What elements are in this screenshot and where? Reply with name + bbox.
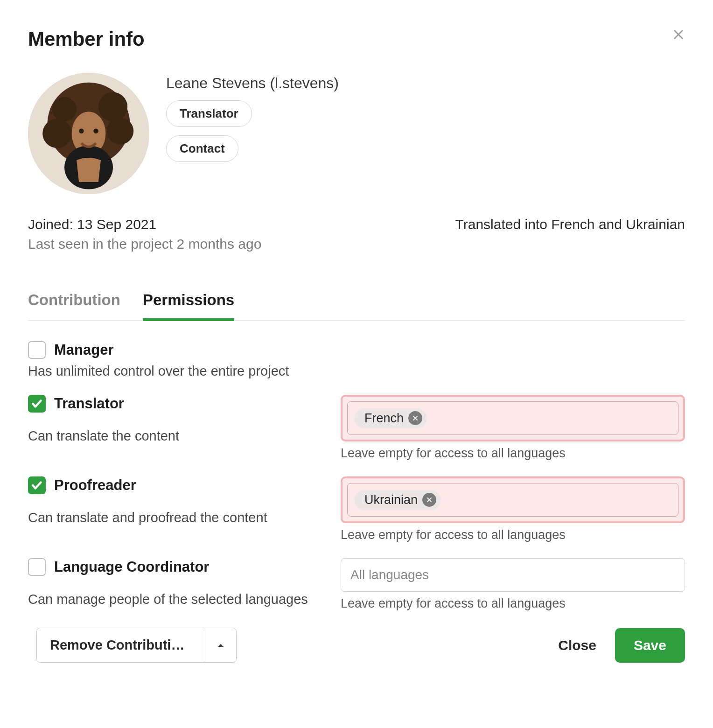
perm-label-proofreader: Proofreader [54,477,136,494]
member-name: Leane Stevens (l.stevens) [166,75,339,92]
close-button[interactable]: Close [558,637,596,653]
tab-contribution[interactable]: Contribution [28,286,120,320]
tab-permissions[interactable]: Permissions [143,286,234,320]
perm-desc-proofreader: Can translate and proofread the content [28,510,313,525]
proofreader-lang-input[interactable]: Ukrainian [347,483,678,517]
helper-text: Leave empty for access to all languages [341,446,685,461]
checkbox-proofreader[interactable] [28,476,46,494]
joined-text: Joined: 13 Sep 2021 [28,217,261,232]
contact-button[interactable]: Contact [166,135,238,162]
chip-remove-icon[interactable] [408,411,422,425]
svg-point-10 [79,129,84,133]
lang-coord-input[interactable]: All languages [341,558,685,592]
modal-title: Member info [28,28,685,50]
perm-desc-translator: Can translate the content [28,428,313,444]
svg-point-7 [107,118,133,144]
footer-row: Remove Contribution… Close Save [28,628,685,663]
close-icon[interactable] [669,25,688,44]
caret-up-icon[interactable] [205,628,236,662]
svg-point-4 [52,97,77,121]
svg-point-5 [98,92,127,121]
chip-label: Ukrainian [364,493,418,507]
svg-point-6 [42,119,71,148]
save-button[interactable]: Save [615,628,685,663]
helper-text: Leave empty for access to all languages [341,596,685,611]
permissions-section: Manager Has unlimited control over the e… [28,341,685,611]
translator-lang-highlight: French [341,395,685,441]
perm-desc-lang-coord: Can manage people of the selected langua… [28,592,313,607]
proofreader-lang-highlight: Ukrainian [341,476,685,523]
translated-into-text: Translated into French and Ukrainian [455,217,685,252]
profile-row: Leane Stevens (l.stevens) Translator Con… [28,73,685,194]
tabs: Contribution Permissions [28,286,685,321]
perm-row-lang-coord: Language Coordinator Can manage people o… [28,558,685,611]
remove-contribution-button[interactable]: Remove Contribution… [37,628,205,662]
lang-chip-ukrainian: Ukrainian [354,490,441,510]
perm-row-proofreader: Proofreader Can translate and proofread … [28,476,685,542]
checkbox-translator[interactable] [28,395,46,413]
avatar [28,73,149,194]
remove-contribution-split-button: Remove Contribution… [36,628,237,663]
placeholder-text: All languages [350,567,429,582]
checkbox-lang-coord[interactable] [28,558,46,576]
member-info-modal: Member info Leane Stevens (l.stevens) Tr… [28,28,685,663]
checkbox-manager[interactable] [28,341,46,359]
perm-row-manager: Manager Has unlimited control over the e… [28,341,685,379]
helper-text: Leave empty for access to all languages [341,528,685,542]
profile-info: Leane Stevens (l.stevens) Translator Con… [166,73,339,194]
lang-chip-french: French [354,408,427,428]
role-button[interactable]: Translator [166,100,252,127]
chip-label: French [364,411,404,426]
last-seen-text: Last seen in the project 2 months ago [28,236,261,252]
chip-remove-icon[interactable] [422,493,436,507]
translator-lang-input[interactable]: French [347,401,678,435]
perm-label-manager: Manager [54,342,113,358]
perm-label-translator: Translator [54,395,124,412]
svg-point-11 [93,129,98,133]
perm-desc-manager: Has unlimited control over the entire pr… [28,364,313,379]
perm-label-lang-coord: Language Coordinator [54,559,209,575]
perm-row-translator: Translator Can translate the content Fre… [28,395,685,461]
meta-row: Joined: 13 Sep 2021 Last seen in the pro… [28,217,685,252]
